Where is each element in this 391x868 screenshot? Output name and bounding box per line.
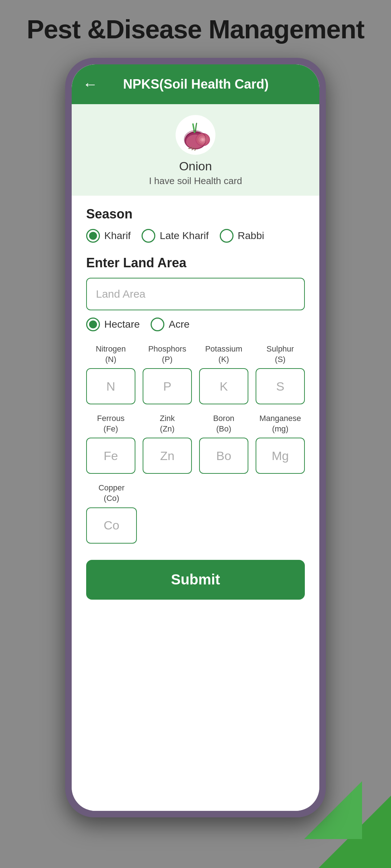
sulphur-input[interactable]: S — [256, 368, 305, 404]
main-content: Season Kharif Late Kharif Rabbi — [72, 196, 319, 811]
submit-button[interactable]: Submit — [86, 560, 305, 600]
boron-input[interactable]: Bo — [199, 438, 248, 474]
mineral-manganese: Manganese(mg) Mg — [256, 413, 305, 474]
ferrous-label: Ferrous(Fe) — [97, 413, 125, 434]
late-kharif-radio-outer — [142, 229, 155, 243]
page-background-title: Pest &Disease Management — [0, 14, 391, 44]
rabbi-radio-outer — [220, 229, 234, 243]
copper-input[interactable]: Co — [86, 507, 137, 544]
acre-radio-outer — [151, 318, 164, 331]
season-label: Season — [86, 207, 305, 222]
hectare-radio-outer — [86, 318, 100, 331]
phosphors-label: Phosphors(P) — [148, 344, 186, 365]
acre-label: Acre — [169, 319, 190, 330]
phosphors-input[interactable]: P — [143, 368, 192, 404]
mineral-potassium: Potassium(K) K — [199, 344, 248, 404]
mineral-boron: Boron(Bo) Bo — [199, 413, 248, 474]
season-option-late-kharif[interactable]: Late Kharif — [142, 229, 209, 243]
potassium-label: Potassium(K) — [205, 344, 243, 365]
phone-screen: ← NPKS(Soil Health Card) — [72, 64, 319, 811]
copper-label: Copper(Co) — [98, 483, 125, 503]
mineral-copper: Copper(Co) Co — [86, 483, 137, 543]
back-button[interactable]: ← — [83, 76, 98, 93]
mineral-phosphors: Phosphors(P) P — [143, 344, 192, 404]
crop-image-container — [176, 115, 215, 155]
minerals-row2: Ferrous(Fe) Fe Zink(Zn) Zn Boron(Bo) Bo … — [86, 413, 305, 474]
kharif-label: Kharif — [104, 230, 131, 242]
header-title: NPKS(Soil Health Card) — [105, 77, 287, 92]
mineral-zink: Zink(Zn) Zn — [143, 413, 192, 474]
land-area-input[interactable] — [86, 278, 305, 310]
manganese-input[interactable]: Mg — [256, 438, 305, 474]
crop-subtitle: I have soil Health card — [149, 175, 242, 187]
season-option-rabbi[interactable]: Rabbi — [220, 229, 264, 243]
minerals-row1: Nitrogen(N) N Phosphors(P) P Potassium(K… — [86, 344, 305, 404]
crop-section: Onion I have soil Health card — [72, 104, 319, 196]
minerals-row3: Copper(Co) Co — [86, 483, 305, 543]
boron-label: Boron(Bo) — [213, 413, 235, 434]
mineral-nitrogen: Nitrogen(N) N — [86, 344, 135, 404]
land-area-label: Enter Land Area — [86, 255, 305, 271]
phone-frame: ← NPKS(Soil Health Card) — [65, 58, 326, 817]
mineral-sulphur: Sulphur(S) S — [256, 344, 305, 404]
season-option-kharif[interactable]: Kharif — [86, 229, 131, 243]
ferrous-input[interactable]: Fe — [86, 438, 135, 474]
hectare-label: Hectare — [104, 319, 140, 330]
kharif-radio-outer — [86, 229, 100, 243]
nitrogen-label: Nitrogen(N) — [96, 344, 126, 365]
mineral-ferrous: Ferrous(Fe) Fe — [86, 413, 135, 474]
potassium-input[interactable]: K — [199, 368, 248, 404]
zink-label: Zink(Zn) — [160, 413, 175, 434]
crop-name: Onion — [179, 159, 212, 173]
land-area-section: Enter Land Area Hectare Acre — [86, 255, 305, 331]
svg-point-7 — [202, 139, 204, 141]
zink-input[interactable]: Zn — [143, 438, 192, 474]
rabbi-label: Rabbi — [238, 230, 264, 242]
season-radio-group: Kharif Late Kharif Rabbi — [86, 229, 305, 243]
hectare-radio-inner — [89, 320, 97, 328]
late-kharif-label: Late Kharif — [160, 230, 209, 242]
manganese-label: Manganese(mg) — [260, 413, 301, 434]
sulphur-label: Sulphur(S) — [266, 344, 294, 365]
kharif-radio-inner — [89, 232, 97, 240]
unit-radio-group: Hectare Acre — [86, 318, 305, 331]
unit-option-hectare[interactable]: Hectare — [86, 318, 140, 331]
crop-image — [179, 119, 212, 151]
unit-option-acre[interactable]: Acre — [151, 318, 190, 331]
nitrogen-input[interactable]: N — [86, 368, 135, 404]
app-header: ← NPKS(Soil Health Card) — [72, 64, 319, 104]
